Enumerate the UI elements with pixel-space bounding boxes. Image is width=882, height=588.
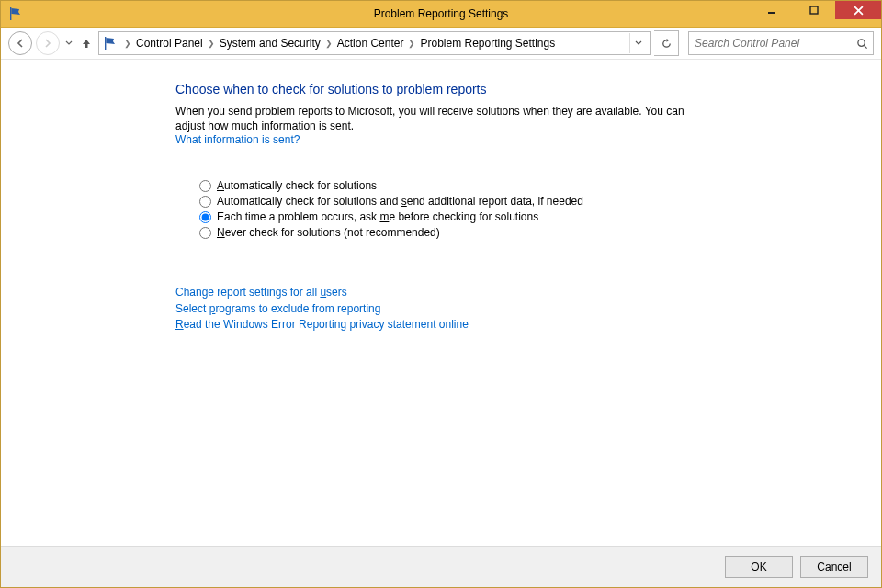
option-label: Automatically check for solutions and se… bbox=[217, 195, 583, 208]
option-label: Automatically check for solutions bbox=[217, 179, 377, 192]
address-dropdown[interactable] bbox=[629, 33, 647, 53]
chevron-right-icon[interactable]: ❯ bbox=[121, 39, 134, 48]
svg-rect-0 bbox=[10, 7, 11, 20]
breadcrumb-label: Problem Reporting Settings bbox=[420, 37, 555, 50]
privacy-statement-link[interactable]: Read the Windows Error Reporting privacy… bbox=[175, 317, 690, 333]
window-frame: Problem Reporting Settings bbox=[0, 0, 882, 588]
svg-rect-2 bbox=[810, 6, 818, 14]
svg-point-4 bbox=[857, 39, 864, 45]
option-ask-each-time[interactable]: Each time a problem occurs, ask me befor… bbox=[199, 210, 690, 223]
flag-icon bbox=[103, 36, 118, 51]
option-radio[interactable] bbox=[199, 196, 211, 208]
refresh-button[interactable] bbox=[654, 30, 679, 56]
titlebar[interactable]: Problem Reporting Settings bbox=[1, 1, 881, 28]
window-title: Problem Reporting Settings bbox=[1, 7, 881, 20]
search-box[interactable] bbox=[688, 31, 874, 55]
breadcrumb-item[interactable]: Control Panel bbox=[136, 37, 203, 50]
content-area: Choose when to check for solutions to pr… bbox=[1, 60, 881, 546]
breadcrumb-item[interactable]: System and Security bbox=[220, 37, 321, 50]
option-radio[interactable] bbox=[199, 227, 211, 239]
chevron-right-icon[interactable]: ❯ bbox=[405, 39, 418, 48]
chevron-right-icon[interactable]: ❯ bbox=[205, 39, 218, 48]
svg-rect-3 bbox=[105, 37, 106, 50]
breadcrumb-item[interactable]: Action Center bbox=[337, 37, 404, 50]
breadcrumb-item[interactable]: Problem Reporting Settings bbox=[420, 37, 555, 50]
option-auto-check[interactable]: Automatically check for solutions bbox=[199, 179, 690, 192]
page-description: When you send problem reports to Microso… bbox=[175, 104, 690, 133]
option-radio[interactable] bbox=[199, 180, 211, 192]
search-icon[interactable] bbox=[851, 38, 873, 50]
forward-button[interactable] bbox=[36, 31, 60, 55]
breadcrumb-label: Control Panel bbox=[136, 37, 203, 50]
cancel-button[interactable]: Cancel bbox=[800, 556, 868, 578]
chevron-right-icon[interactable]: ❯ bbox=[322, 39, 335, 48]
select-programs-exclude-link[interactable]: Select programs to exclude from reportin… bbox=[175, 301, 690, 317]
option-never-check[interactable]: Never check for solutions (not recommend… bbox=[199, 226, 690, 239]
related-links: Change report settings for all users Sel… bbox=[175, 285, 690, 333]
breadcrumb-label: Action Center bbox=[337, 37, 404, 50]
search-input[interactable] bbox=[689, 37, 851, 50]
address-bar[interactable]: ❯ Control Panel ❯ System and Security ❯ … bbox=[98, 31, 651, 55]
flag-icon bbox=[8, 6, 23, 21]
up-button[interactable] bbox=[78, 35, 95, 51]
maximize-button[interactable] bbox=[793, 1, 835, 19]
breadcrumb-label: System and Security bbox=[220, 37, 321, 50]
svg-rect-1 bbox=[768, 12, 775, 14]
recent-locations-dropdown[interactable] bbox=[63, 39, 74, 48]
change-settings-all-users-link[interactable]: Change report settings for all users bbox=[175, 285, 690, 300]
nav-row: ❯ Control Panel ❯ System and Security ❯ … bbox=[1, 28, 881, 60]
footer: OK Cancel bbox=[1, 546, 881, 587]
back-button[interactable] bbox=[8, 31, 32, 55]
minimize-button[interactable] bbox=[751, 1, 793, 19]
option-label: Each time a problem occurs, ask me befor… bbox=[217, 210, 538, 223]
option-label: Never check for solutions (not recommend… bbox=[217, 226, 440, 239]
page-title: Choose when to check for solutions to pr… bbox=[175, 82, 690, 96]
what-information-link[interactable]: What information is sent? bbox=[175, 133, 300, 146]
ok-button[interactable]: OK bbox=[725, 556, 793, 578]
svg-line-5 bbox=[864, 45, 866, 48]
options-group: Automatically check for solutions Automa… bbox=[199, 179, 690, 239]
option-radio[interactable] bbox=[199, 211, 211, 223]
close-button[interactable] bbox=[835, 1, 881, 19]
option-auto-check-send[interactable]: Automatically check for solutions and se… bbox=[199, 195, 690, 208]
window-controls bbox=[751, 1, 881, 19]
